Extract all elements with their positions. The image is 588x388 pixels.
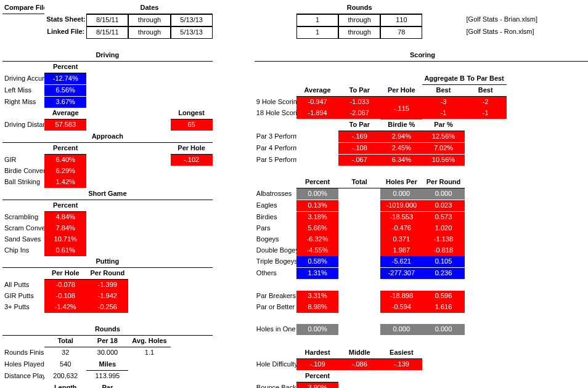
short-game-section-header: Short Game: [2, 188, 213, 200]
triple-bogeys-holes-per: -5.621: [380, 256, 422, 267]
holes-in-one-per-round: 0.000: [422, 324, 464, 335]
par3-par-pct: 12.56%: [422, 131, 464, 142]
par4-par-pct: 7.02%: [422, 143, 464, 154]
three-plus-putts-per-round: -0.256: [86, 302, 128, 313]
stats-sheet-date-end: 5/13/13: [171, 14, 213, 26]
holes-played-label: Holes Played: [2, 359, 44, 370]
par-or-better-holes-per: -0.594: [380, 302, 422, 313]
gir-per-hole: -.102: [171, 155, 213, 166]
birdie-conversion-label: Birdie Conversion %: [2, 166, 44, 177]
aggregate-best-header: Aggregate Best: [422, 73, 464, 85]
birdies-holes-per: -18.553: [380, 212, 422, 223]
scoring-section-header: Scoring: [255, 50, 588, 62]
others-holes-per: -277.307: [380, 268, 422, 279]
left-miss-value: 6.56%: [44, 85, 86, 96]
hole-difficulty-easiest: -.139: [380, 359, 422, 370]
holes-in-one-holes-per: 0.000: [380, 324, 422, 335]
albatrosses-label: Albatrosses: [255, 188, 296, 200]
par-or-better-label: Par or Better: [255, 302, 296, 313]
through-label: through: [128, 14, 170, 26]
driving-distance-avg: 57.583: [44, 119, 86, 131]
pars-pct: 5.66%: [296, 223, 338, 234]
miles-header: Miles: [86, 359, 128, 371]
double-bogeys-per-round: -0.818: [422, 245, 464, 256]
birdies-pct: 3.18%: [296, 212, 338, 223]
all-putts-per-hole: -0.078: [44, 280, 86, 291]
sand-saves-value: 10.71%: [44, 234, 86, 245]
hole-difficulty-hardest: -.109: [296, 359, 338, 370]
ball-striking-value: 1.42%: [44, 177, 86, 188]
linked-file-round-end: 78: [380, 26, 422, 39]
linked-file-name: [Golf Stats - Ron.xlsm]: [465, 26, 588, 38]
gir-putts-per-round: -1.942: [86, 291, 128, 302]
longest-header: Longest: [171, 108, 213, 119]
rounds-header: Rounds: [296, 2, 422, 14]
double-bogeys-holes-per: 1.987: [380, 245, 422, 256]
putting-section-header: Putting: [2, 256, 213, 268]
rounds-finished-avg-holes: 1.1: [128, 347, 170, 358]
par3-birdie-pct: 2.94%: [380, 131, 422, 142]
middle-header: Middle: [338, 347, 380, 359]
dates-header: Dates: [86, 2, 212, 14]
nine-hole-tp-best: -2: [465, 97, 507, 108]
holes-in-one-pct: 0.00%: [296, 324, 338, 335]
three-plus-putts-per-hole: -1.42%: [44, 302, 86, 313]
linked-file-date-end: 5/13/13: [171, 26, 213, 39]
best-header-2: Best: [465, 85, 507, 97]
rounds-finished-total: 32: [44, 347, 86, 358]
others-label: Others: [255, 268, 296, 279]
double-bogeys-label: Double Bogeys: [255, 245, 296, 256]
bogeys-pct: -6.32%: [296, 234, 338, 245]
agg-per-hole: -.115: [380, 97, 422, 119]
bogeys-holes-per: 0.371: [380, 234, 422, 245]
bogeys-per-round: -1.138: [422, 234, 464, 245]
driving-distance-label: Driving Distance: [2, 119, 44, 131]
holes-played-total: 540: [44, 359, 86, 370]
driving-average-header: Average: [44, 108, 86, 119]
par3-to-par: -.169: [338, 131, 380, 142]
per-hole-header: Per Hole: [380, 85, 422, 97]
driving-section-header: Driving: [2, 50, 213, 62]
right-miss-label: Right Miss: [2, 97, 44, 108]
to-par-best-header: To Par Best: [465, 73, 507, 85]
scram-conversion-value: 7.84%: [44, 223, 86, 234]
compare-files-title: Compare Files: [2, 2, 44, 14]
par-breakers-holes-per: -18.898: [380, 291, 422, 302]
linked-file-label: Linked File:: [44, 26, 86, 38]
rounds-section-header: Rounds: [2, 324, 213, 336]
golf-stats-compare-sheet: Compare Files Dates Rounds Stats Sheet: …: [2, 2, 588, 388]
birdie-conversion-value: 6.29%: [44, 166, 86, 177]
stats-sheet-round-start: 1: [296, 14, 338, 26]
gir-putts-label: GIR Putts: [2, 291, 44, 302]
driving-distance-longest: 65: [171, 119, 213, 131]
hole-difficulty-label: Hole Difficulty: [255, 359, 296, 370]
three-plus-putts-label: 3+ Putts: [2, 302, 44, 313]
eagles-per-round: 0.023: [422, 200, 464, 211]
par-breakers-label: Par Breakers: [255, 291, 296, 302]
others-per-round: 0.236: [422, 268, 464, 279]
triple-bogeys-pct: 0.58%: [296, 256, 338, 267]
percent-subheader: Percent: [44, 62, 86, 73]
double-bogeys-pct: -4.55%: [296, 245, 338, 256]
triple-bogeys-per-round: 0.105: [422, 256, 464, 267]
pars-holes-per: -0.476: [380, 223, 422, 234]
sand-saves-label: Sand Saves: [2, 234, 44, 245]
to-par-header: To Par: [338, 85, 380, 97]
gir-pct: 6.40%: [44, 155, 86, 166]
to-par-header2: To Par: [338, 119, 380, 131]
linked-file-round-start: 1: [296, 26, 338, 39]
eighteen-hole-to-par: -2.067: [338, 108, 380, 119]
albatrosses-pct: 0.00%: [296, 188, 338, 200]
eighteen-hole-scoring-label: 18 Hole Scoring: [255, 108, 296, 119]
nine-hole-avg: -0.947: [296, 97, 338, 108]
eagles-label: Eagles: [255, 200, 296, 211]
distance-played-total: 200,632: [44, 371, 86, 382]
driving-accuracy-label: Driving Accuracy: [2, 73, 44, 84]
approach-section-header: Approach: [2, 131, 213, 143]
par-breakers-per-round: 0.596: [422, 291, 464, 302]
albatrosses-holes-per: 0.000: [380, 188, 422, 200]
linked-file-date-start: 8/15/11: [86, 26, 128, 39]
rounds-finished-label: Rounds Finished: [2, 347, 44, 358]
stats-sheet-label: Stats Sheet:: [44, 14, 86, 25]
par-pct-header: Par %: [422, 119, 464, 131]
